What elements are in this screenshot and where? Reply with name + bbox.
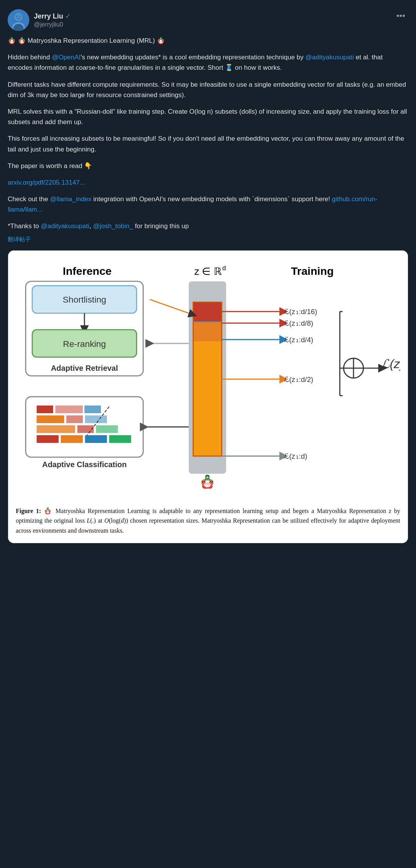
avatar-image [8, 9, 29, 31]
svg-text:Training: Training [291, 264, 334, 277]
svg-text:ℒ(z: ℒ(z [284, 319, 295, 327]
author-name: Jerry Liu [34, 12, 63, 20]
tweet-container: Jerry Liu ✓ @jerryjliu0 ••• 🪆 🪆 Matryosh… [0, 0, 416, 543]
tweet-paragraph3: MRL solves this with a "Russian-doll" li… [8, 106, 408, 127]
svg-text:Re-ranking: Re-ranking [63, 338, 106, 348]
svg-rect-29 [61, 435, 83, 443]
svg-text:₁:d/4): ₁:d/4) [296, 336, 313, 344]
tweet-header: Jerry Liu ✓ @jerryjliu0 ••• [8, 9, 408, 31]
svg-rect-23 [66, 415, 83, 423]
arxiv-link[interactable]: arxiv.org/pdf/2205.13147... [8, 179, 85, 186]
mention-josh-tobin[interactable]: @josh_tobin_ [93, 222, 133, 230]
svg-text:d: d [222, 264, 226, 272]
avatar[interactable] [8, 9, 29, 31]
svg-rect-31 [109, 435, 131, 443]
figure-card: Inference z ∈ ℝ d Training Shortlisting [8, 250, 408, 544]
figure-svg: Inference z ∈ ℝ d Training Shortlisting [16, 258, 400, 489]
tweet-arxiv: arxiv.org/pdf/2205.13147... [8, 177, 408, 188]
svg-rect-20 [55, 405, 83, 413]
svg-rect-22 [37, 415, 64, 423]
svg-text:ℒ(z: ℒ(z [284, 336, 295, 344]
svg-text:z ∈ ℝ: z ∈ ℝ [194, 266, 221, 276]
svg-rect-25 [37, 425, 75, 433]
svg-text:₁:d/16): ₁:d/16) [296, 308, 317, 316]
svg-text:ℒ(z: ℒ(z [284, 308, 295, 316]
svg-text:Adaptive Classification: Adaptive Classification [42, 460, 127, 468]
svg-rect-21 [84, 405, 101, 413]
svg-text:🪆: 🪆 [199, 474, 216, 489]
svg-text:ℒ(z: ℒ(z [284, 375, 295, 383]
mention-openai[interactable]: @OpenAI [52, 54, 81, 61]
figure-image: Inference z ∈ ℝ d Training Shortlisting [8, 251, 408, 500]
svg-text:Inference: Inference [63, 264, 112, 277]
svg-text:₁:d/8): ₁:d/8) [296, 319, 313, 327]
mention-adityakusupati2[interactable]: @adityakusupati [41, 222, 89, 230]
figure-caption-text: Figure 1: [16, 508, 41, 514]
author-name-row: Jerry Liu ✓ [34, 12, 71, 20]
svg-rect-24 [85, 415, 107, 423]
svg-text:Shortlisting: Shortlisting [63, 294, 106, 304]
tweet-paragraph1: Hidden behind @OpenAI's new embedding up… [8, 52, 408, 73]
tweet-paragraph2: Different tasks have different compute r… [8, 79, 408, 100]
mention-adityakusupati[interactable]: @adityakusupati [305, 54, 354, 61]
author-handle[interactable]: @jerryjliu0 [34, 21, 71, 28]
svg-text:ℒ(z: ℒ(z [284, 452, 295, 460]
tweet-author: Jerry Liu ✓ @jerryjliu0 [8, 9, 71, 31]
svg-point-5 [20, 16, 21, 17]
author-info: Jerry Liu ✓ @jerryjliu0 [34, 12, 71, 28]
svg-rect-27 [96, 425, 118, 433]
tweet-body: 🪆 🪆 Matryoshka Representation Learning (… [8, 35, 408, 543]
svg-rect-37 [193, 302, 222, 321]
more-options-button[interactable]: ••• [393, 9, 408, 22]
svg-rect-28 [37, 435, 59, 443]
tweet-thanks: *Thanks to @adityakusupati, @josh_tobin_… [8, 221, 408, 231]
svg-point-4 [17, 16, 18, 17]
svg-rect-26 [77, 425, 94, 433]
svg-text:₁:d/2): ₁:d/2) [296, 375, 313, 383]
tweet-title: 🪆 🪆 Matryoshka Representation Learning (… [8, 35, 408, 46]
svg-text:₁:d): ₁:d) [296, 452, 307, 460]
svg-text:ℒ(z): ℒ(z) [381, 357, 400, 371]
tweet-paragraph5: The paper is worth a read 👇 [8, 161, 408, 171]
svg-rect-38 [193, 322, 222, 341]
figure-caption: Figure 1: 🪆 Matryoshka Representation Le… [8, 500, 408, 543]
mention-llama-index[interactable]: @llama_index [50, 195, 92, 203]
translate-link[interactable]: 翻译帖子 [8, 235, 408, 244]
svg-point-3 [15, 13, 22, 20]
svg-text:Adaptive Retrieval: Adaptive Retrieval [51, 364, 118, 372]
svg-rect-30 [85, 435, 107, 443]
svg-rect-19 [37, 405, 53, 413]
verified-badge: ✓ [65, 12, 71, 20]
tweet-paragraph4: This forces all increasing subsets to be… [8, 133, 408, 154]
tweet-paragraph6: Check out the @llama_index integration w… [8, 194, 408, 215]
